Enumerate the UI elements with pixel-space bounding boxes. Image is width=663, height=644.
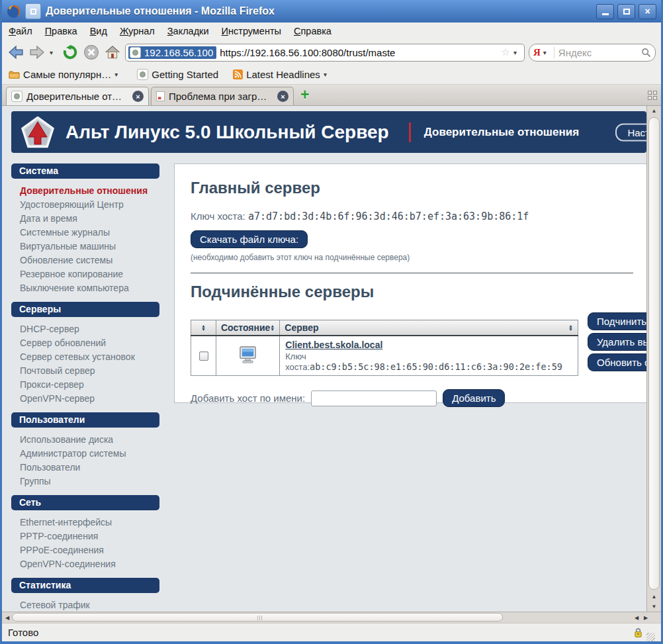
sidebar: СистемаДоверительные отношенияУдостоверя… — [11, 163, 159, 612]
row-checkbox[interactable] — [199, 351, 208, 361]
tab-load-problem[interactable]: Проблема при загр… × — [151, 87, 294, 105]
home-icon[interactable] — [104, 44, 121, 61]
forward-icon[interactable] — [28, 44, 46, 61]
refresh-list-button[interactable]: Обновить сп — [588, 353, 646, 371]
column-server[interactable]: Сервер — [280, 320, 578, 336]
sidebar-item[interactable]: Выключение компьютера — [11, 281, 159, 295]
sidebar-item[interactable]: Удостоверяющий Центр — [11, 198, 159, 212]
url-dropdown-icon[interactable]: ▾ — [513, 49, 521, 56]
sidebar-item[interactable]: Сервер сетевых установок — [11, 350, 159, 364]
sidebar-item[interactable]: Ethernet-интерфейсы — [11, 516, 159, 529]
minimize-button[interactable] — [596, 4, 614, 19]
content-viewport: Альт Линукс 5.0 Школьный Сервер Доверите… — [2, 106, 661, 612]
bookmark-star-icon[interactable]: ☆ — [502, 46, 510, 58]
scroll-left-icon[interactable]: ◀ — [3, 612, 12, 623]
settings-button[interactable]: Настрой — [615, 123, 646, 141]
menu-tools[interactable]: Инструменты — [222, 26, 281, 36]
status-bar: Готово — [2, 623, 661, 641]
yandex-engine-icon[interactable]: Я — [533, 47, 541, 58]
sidebar-item[interactable]: Системные журналы — [11, 226, 159, 240]
secure-lock-icon[interactable] — [634, 627, 642, 638]
sidebar-item[interactable]: Прокси-сервер — [11, 378, 159, 392]
stop-icon[interactable] — [83, 44, 100, 61]
download-key-button[interactable]: Скачать файл ключа: — [191, 230, 308, 248]
close-button[interactable]: × — [639, 4, 656, 19]
sidebar-item[interactable]: PPTP-соединения — [11, 529, 159, 543]
sidebar-item[interactable]: OpenVPN-соединения — [11, 557, 159, 571]
bookmark-getting-started[interactable]: Getting Started — [137, 69, 218, 80]
slave-host-link[interactable]: Client.best.skola.local — [285, 340, 382, 350]
menu-bookmarks[interactable]: Закладки — [167, 26, 209, 36]
delete-selected-button[interactable]: Удалить выд — [588, 333, 646, 351]
history-dropdown-icon[interactable]: ▾ — [50, 49, 58, 56]
back-icon[interactable] — [7, 44, 24, 61]
sidebar-item[interactable]: PPPoE-соединения — [11, 543, 159, 557]
search-engine-dropdown-icon[interactable]: ▾ — [543, 49, 551, 56]
search-input[interactable] — [557, 46, 639, 59]
scroll-left-icon[interactable]: ◀ — [632, 612, 641, 623]
sidebar-item[interactable]: OpenVPN-сервер — [11, 392, 159, 406]
menu-view[interactable]: Вид — [90, 26, 107, 36]
url-selected-host: 192.168.56.100 — [128, 46, 216, 59]
sidebar-item[interactable]: DHCP-сервер — [11, 322, 159, 336]
table-actions: Подчинить в Удалить выд Обновить сп — [588, 312, 646, 371]
sidebar-item[interactable]: Пользователи — [11, 461, 159, 475]
new-tab-button[interactable]: + — [300, 86, 309, 104]
column-state[interactable]: Состояние — [216, 320, 280, 336]
sort-icon — [270, 324, 275, 332]
menu-history[interactable]: Журнал — [120, 26, 155, 36]
search-magnifier-icon[interactable] — [641, 48, 651, 58]
subordinate-selected-button[interactable]: Подчинить в — [588, 312, 646, 330]
maximize-button[interactable] — [617, 4, 635, 19]
url-text[interactable]: https://192.168.56.100:8080/trust/maste — [220, 47, 498, 58]
scroll-up-icon[interactable]: ▲ — [647, 592, 661, 602]
tab-favicon-broken-page — [156, 91, 165, 101]
rss-icon — [233, 69, 243, 79]
url-bar[interactable]: 192.168.56.100 https://192.168.56.100:80… — [125, 44, 525, 62]
bookmark-most-visited[interactable]: Самые популярн… ▾ — [9, 69, 122, 80]
sidebar-section-header: Сеть — [11, 495, 159, 510]
window-menu-button[interactable] — [25, 3, 41, 19]
firefox-icon — [7, 5, 21, 19]
scroll-down-icon[interactable]: ▼ — [647, 602, 661, 612]
menu-help[interactable]: Справка — [294, 26, 332, 36]
sidebar-item[interactable]: Сервер обновлений — [11, 336, 159, 350]
search-bar[interactable]: Я ▾ — [529, 44, 656, 62]
tab-close-icon[interactable]: × — [132, 91, 144, 102]
tab-bar: Доверительные от… × Проблема при загр… ×… — [2, 85, 661, 106]
sidebar-item[interactable]: Использование диска — [11, 433, 159, 447]
sidebar-item[interactable]: Резервное копирование — [11, 267, 159, 281]
page: Альт Линукс 5.0 Школьный Сервер Доверите… — [2, 106, 646, 612]
column-select[interactable] — [191, 320, 216, 336]
brand-title: Альт Линукс 5.0 Школьный Сервер — [66, 122, 389, 143]
sidebar-item[interactable]: Группы — [11, 475, 159, 488]
add-host-input[interactable] — [311, 391, 437, 406]
menu-file[interactable]: Файл — [9, 26, 32, 36]
scroll-up-icon[interactable]: ▲ — [647, 106, 661, 116]
menu-edit[interactable]: Правка — [45, 26, 77, 36]
sort-icon — [201, 324, 206, 332]
tab-trust-relations[interactable]: Доверительные от… × — [6, 87, 149, 105]
vertical-scrollbar-thumb[interactable] — [648, 117, 660, 590]
tab-close-icon[interactable]: × — [277, 91, 288, 102]
sidebar-section-header: Пользователи — [11, 412, 159, 428]
sidebar-item[interactable]: Почтовый сервер — [11, 364, 159, 378]
sidebar-item[interactable]: Сетевой трафик — [11, 598, 159, 612]
bookmarks-toolbar: Самые популярн… ▾ Getting Started Latest… — [2, 65, 661, 85]
horizontal-scrollbar[interactable]: ◀ ◀ ▶ — [2, 612, 661, 623]
sidebar-item[interactable]: Администратор системы — [11, 447, 159, 461]
add-host-label: Добавить хост по имени: — [191, 392, 305, 404]
sidebar-item[interactable]: Доверительные отношения — [11, 184, 159, 198]
reload-icon[interactable] — [62, 44, 79, 61]
vertical-scrollbar[interactable]: ▲ ▲ ▼ — [646, 106, 661, 612]
list-all-tabs-icon[interactable] — [648, 91, 657, 100]
chevron-down-icon: ▾ — [324, 71, 332, 78]
horizontal-scrollbar-thumb[interactable] — [12, 613, 503, 621]
sidebar-item[interactable]: Дата и время — [11, 212, 159, 226]
sidebar-item[interactable]: Виртуальные машины — [11, 240, 159, 253]
add-host-button[interactable]: Добавить — [443, 389, 505, 407]
resize-grip[interactable] — [646, 633, 655, 641]
sidebar-item[interactable]: Обновление системы — [11, 253, 159, 267]
bookmark-latest-headlines[interactable]: Latest Headlines ▾ — [233, 69, 332, 80]
scroll-right-icon[interactable]: ▶ — [641, 612, 650, 623]
